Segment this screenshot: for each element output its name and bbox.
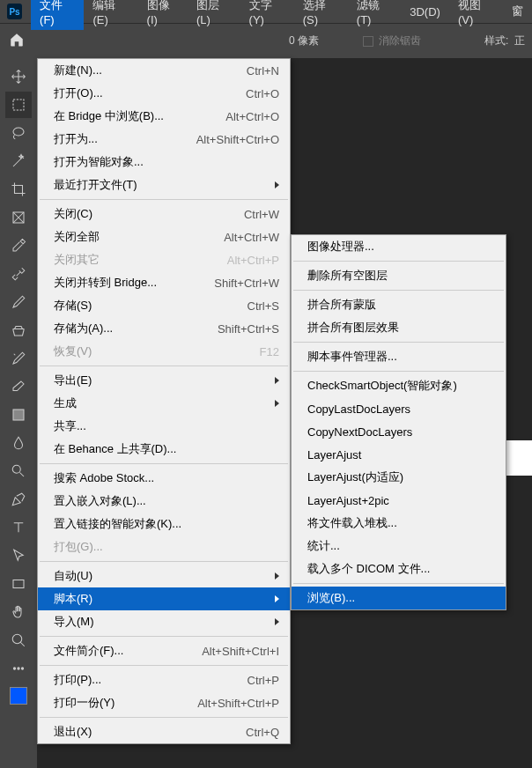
submenu-arrow-icon <box>275 618 279 625</box>
eraser-tool[interactable] <box>5 373 32 400</box>
tools-panel <box>0 58 37 768</box>
svg-point-4 <box>12 465 20 473</box>
pen-tool[interactable] <box>5 486 32 513</box>
menu-close-others: 关闭其它Alt+Ctrl+P <box>38 248 290 271</box>
menu-window[interactable]: 窗 <box>503 0 532 23</box>
menu-open-smart[interactable]: 打开为智能对象... <box>38 151 290 174</box>
brush-tool[interactable] <box>5 289 32 315</box>
scripts-submenu: 图像处理器... 删除所有空图层 拼合所有蒙版 拼合所有图层效果 脚本事件管理器… <box>291 234 506 610</box>
submenu-layer-adjust-adaptive[interactable]: LayerAjust(内适应) <box>292 466 506 489</box>
submenu-event-manager[interactable]: 脚本事件管理器... <box>292 345 506 368</box>
menu-save-as[interactable]: 存储为(A)...Shift+Ctrl+S <box>38 317 290 340</box>
menu-behance[interactable]: 在 Behance 上共享(D)... <box>38 438 290 461</box>
submenu-layer-adjust-2pic[interactable]: LayerAjust+2pic <box>292 489 506 512</box>
menu-automate[interactable]: 自动(U) <box>38 565 290 587</box>
type-tool[interactable] <box>5 514 32 541</box>
menu-text[interactable]: 文字(Y) <box>240 0 294 30</box>
submenu-copy-last[interactable]: CopyLastDocLayers <box>292 397 506 420</box>
history-brush-tool[interactable] <box>5 345 32 372</box>
menu-place-linked[interactable]: 置入链接的智能对象(K)... <box>38 513 290 535</box>
move-tool[interactable] <box>5 63 32 90</box>
menu-print-one[interactable]: 打印一份(Y)Alt+Shift+Ctrl+P <box>38 691 290 714</box>
zoom-tool[interactable] <box>5 627 32 654</box>
healing-tool[interactable] <box>5 261 32 287</box>
clone-stamp-tool[interactable] <box>5 317 32 343</box>
menu-save[interactable]: 存储(S)Ctrl+S <box>38 294 290 317</box>
pixel-value: 0 像素 <box>289 33 319 48</box>
menu-open[interactable]: 打开(O)...Ctrl+O <box>38 82 290 105</box>
menu-image[interactable]: 图像(I) <box>138 0 188 30</box>
submenu-arrow-icon <box>275 181 279 188</box>
home-icon[interactable] <box>9 32 25 50</box>
lasso-tool[interactable] <box>5 120 32 146</box>
menu-close-goto-bridge[interactable]: 关闭并转到 Bridge...Shift+Ctrl+W <box>38 271 290 294</box>
menu-search-stock[interactable]: 搜索 Adobe Stock... <box>38 467 290 490</box>
anti-alias-checkbox[interactable]: 消除锯齿 <box>363 33 421 48</box>
submenu-layer-adjust[interactable]: LayerAjust <box>292 443 506 466</box>
menu-recent[interactable]: 最近打开文件(T) <box>38 174 290 196</box>
menu-layer[interactable]: 图层(L) <box>188 0 240 30</box>
menubar: Ps 文件(F) 编辑(E) 图像(I) 图层(L) 文字(Y) 选择(S) 滤… <box>0 0 532 23</box>
menu-generate[interactable]: 生成 <box>38 392 290 415</box>
menu-file-info[interactable]: 文件简介(F)...Alt+Shift+Ctrl+I <box>38 639 290 662</box>
menu-import[interactable]: 导入(M) <box>38 610 290 633</box>
menu-filter[interactable]: 滤镜(T) <box>348 0 401 30</box>
menu-edit[interactable]: 编辑(E) <box>84 0 137 30</box>
menu-share[interactable]: 共享... <box>38 415 290 438</box>
submenu-flatten-effects[interactable]: 拼合所有图层效果 <box>292 316 506 339</box>
menu-view[interactable]: 视图(V) <box>449 0 503 30</box>
submenu-load-dicom[interactable]: 载入多个 DICOM 文件... <box>292 558 506 580</box>
svg-rect-0 <box>13 100 24 110</box>
submenu-check-smart[interactable]: CheckSmartObject(智能对象) <box>292 374 506 397</box>
submenu-arrow-icon <box>275 400 279 407</box>
style-label: 样式: 正 <box>484 33 525 48</box>
submenu-browse[interactable]: 浏览(B)... <box>292 587 506 609</box>
rectangle-tool[interactable] <box>5 571 32 597</box>
menu-package: 打包(G)... <box>38 535 290 558</box>
menu-close-all[interactable]: 关闭全部Alt+Ctrl+W <box>38 225 290 248</box>
menu-place-embedded[interactable]: 置入嵌入对象(L)... <box>38 490 290 513</box>
submenu-load-stack[interactable]: 将文件载入堆栈... <box>292 512 506 535</box>
svg-rect-3 <box>13 410 24 420</box>
hand-tool[interactable] <box>5 599 32 625</box>
menu-exit[interactable]: 退出(X)Ctrl+Q <box>38 720 290 743</box>
ps-app-icon: Ps <box>7 4 22 19</box>
menu-separator <box>40 665 288 666</box>
svg-point-8 <box>18 668 19 669</box>
submenu-image-processor[interactable]: 图像处理器... <box>292 235 506 258</box>
menu-export[interactable]: 导出(E) <box>38 369 290 392</box>
menu-separator <box>40 561 288 562</box>
menu-scripts[interactable]: 脚本(R) <box>38 587 290 610</box>
blur-tool[interactable] <box>5 430 32 456</box>
menu-separator <box>40 463 288 464</box>
menu-file[interactable]: 文件(F) <box>31 0 84 30</box>
frame-tool[interactable] <box>5 204 32 231</box>
submenu-delete-empty[interactable]: 删除所有空图层 <box>292 264 506 287</box>
gradient-tool[interactable] <box>5 402 32 428</box>
menu-print[interactable]: 打印(P)...Ctrl+P <box>38 668 290 691</box>
submenu-statistics[interactable]: 统计... <box>292 535 506 558</box>
menu-new[interactable]: 新建(N)...Ctrl+N <box>38 59 290 82</box>
menu-separator <box>293 583 504 584</box>
svg-rect-5 <box>13 580 24 588</box>
menu-open-as[interactable]: 打开为...Alt+Shift+Ctrl+O <box>38 128 290 151</box>
submenu-arrow-icon <box>275 377 279 384</box>
checkbox-icon <box>363 36 373 47</box>
crop-tool[interactable] <box>5 176 32 203</box>
foreground-color[interactable] <box>10 687 27 705</box>
magic-wand-tool[interactable] <box>5 148 32 174</box>
edit-toolbar[interactable] <box>5 655 32 682</box>
marquee-tool[interactable] <box>5 92 32 118</box>
submenu-arrow-icon <box>275 595 279 602</box>
submenu-arrow-icon <box>275 572 279 580</box>
path-select-tool[interactable] <box>5 543 32 569</box>
eyedropper-tool[interactable] <box>5 233 32 259</box>
menu-select[interactable]: 选择(S) <box>294 0 348 30</box>
menu-separator <box>293 261 504 262</box>
submenu-copy-next[interactable]: CopyNextDocLayers <box>292 420 506 443</box>
submenu-flatten-masks[interactable]: 拼合所有蒙版 <box>292 293 506 316</box>
menu-3d[interactable]: 3D(D) <box>401 2 449 22</box>
menu-close[interactable]: 关闭(C)Ctrl+W <box>38 203 290 225</box>
dodge-tool[interactable] <box>5 458 32 484</box>
menu-browse-bridge[interactable]: 在 Bridge 中浏览(B)...Alt+Ctrl+O <box>38 105 290 128</box>
